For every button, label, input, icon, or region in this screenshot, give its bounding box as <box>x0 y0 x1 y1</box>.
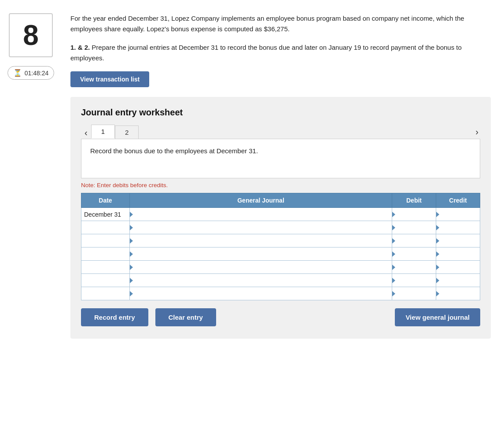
journal-entry-worksheet: Journal entry worksheet ‹ 1 2 › Record t… <box>70 97 491 339</box>
debit-cell-5[interactable] <box>392 261 436 274</box>
gj-input-2[interactable] <box>130 221 392 234</box>
timer-badge: ⏳ 01:48:24 <box>7 66 55 80</box>
debit-input-6[interactable] <box>392 274 436 287</box>
table-row <box>81 261 480 274</box>
credit-cell-7[interactable] <box>436 287 480 300</box>
note-text: Note: Enter debits before credits. <box>81 182 480 188</box>
gj-input-5[interactable] <box>130 261 392 273</box>
credit-input-3[interactable] <box>436 234 480 247</box>
credit-input-7[interactable] <box>436 287 480 300</box>
debit-cell-4[interactable] <box>392 247 436 261</box>
debit-input-7[interactable] <box>392 287 436 300</box>
date-cell-3 <box>81 234 130 247</box>
credit-cell-6[interactable] <box>436 274 480 287</box>
debit-cell-3[interactable] <box>392 234 436 247</box>
gj-cell-5[interactable] <box>130 261 392 274</box>
problem-instruction: 1. & 2. Prepare the journal entries at D… <box>70 42 491 63</box>
journal-table: Date General Journal Debit Credit Decemb… <box>81 193 480 300</box>
action-buttons-row: Record entry Clear entry View general jo… <box>81 308 480 326</box>
debit-cell-2[interactable] <box>392 221 436 234</box>
credit-input-6[interactable] <box>436 274 480 287</box>
tab-2[interactable]: 2 <box>115 126 139 139</box>
worksheet-title: Journal entry worksheet <box>81 107 480 118</box>
entry-instruction-box: Record the bonus due to the employees at… <box>81 139 480 178</box>
col-header-debit: Debit <box>392 193 436 208</box>
debit-input-4[interactable] <box>392 247 436 260</box>
col-header-general-journal: General Journal <box>130 193 392 208</box>
col-header-date: Date <box>81 193 130 208</box>
left-column: 8 ⏳ 01:48:24 <box>0 9 62 347</box>
gj-cell-4[interactable] <box>130 247 392 261</box>
problem-number: 8 <box>23 19 39 52</box>
table-row <box>81 287 480 300</box>
view-transaction-button[interactable]: View transaction list <box>70 71 149 87</box>
date-cell-1: December 31 <box>81 208 130 221</box>
debit-input-2[interactable] <box>392 221 436 234</box>
debit-cell-1[interactable] <box>392 208 436 221</box>
table-row <box>81 274 480 287</box>
debit-input-3[interactable] <box>392 234 436 247</box>
credit-cell-5[interactable] <box>436 261 480 274</box>
credit-input-1[interactable] <box>436 208 480 221</box>
debit-input-1[interactable] <box>392 208 436 221</box>
gj-cell-2[interactable] <box>130 221 392 234</box>
tab-next-button[interactable]: › <box>474 125 480 139</box>
debit-cell-7[interactable] <box>392 287 436 300</box>
credit-cell-1[interactable] <box>436 208 480 221</box>
credit-cell-4[interactable] <box>436 247 480 261</box>
credit-cell-2[interactable] <box>436 221 480 234</box>
credit-input-5[interactable] <box>436 261 480 273</box>
date-cell-4 <box>81 247 130 261</box>
instruction-label: 1. & 2. <box>70 44 90 51</box>
view-general-journal-button[interactable]: View general journal <box>395 308 480 326</box>
tabs-row: ‹ 1 2 › <box>81 125 480 139</box>
debit-cell-6[interactable] <box>392 274 436 287</box>
date-cell-2 <box>81 221 130 234</box>
date-cell-7 <box>81 287 130 300</box>
gj-input-6[interactable] <box>130 274 392 287</box>
table-row: December 31 <box>81 208 480 221</box>
tab-prev-button[interactable]: ‹ <box>81 126 91 139</box>
timer-value: 01:48:24 <box>25 70 49 77</box>
problem-number-badge: 8 <box>9 13 53 57</box>
gj-input-1[interactable] <box>130 208 392 221</box>
hourglass-icon: ⏳ <box>13 69 22 77</box>
gj-input-4[interactable] <box>130 247 392 260</box>
gj-cell-1[interactable] <box>130 208 392 221</box>
table-row <box>81 234 480 247</box>
credit-input-2[interactable] <box>436 221 480 234</box>
col-header-credit: Credit <box>436 193 480 208</box>
gj-input-3[interactable] <box>130 234 392 247</box>
gj-cell-3[interactable] <box>130 234 392 247</box>
gj-cell-7[interactable] <box>130 287 392 300</box>
record-entry-button[interactable]: Record entry <box>81 308 148 326</box>
entry-instruction-text: Record the bonus due to the employees at… <box>90 147 258 155</box>
date-cell-5 <box>81 261 130 274</box>
date-cell-6 <box>81 274 130 287</box>
clear-entry-button[interactable]: Clear entry <box>155 308 216 326</box>
right-column: For the year ended December 31, Lopez Co… <box>62 9 504 347</box>
credit-input-4[interactable] <box>436 247 480 260</box>
gj-cell-6[interactable] <box>130 274 392 287</box>
debit-input-5[interactable] <box>392 261 436 273</box>
credit-cell-3[interactable] <box>436 234 480 247</box>
gj-input-7[interactable] <box>130 287 392 300</box>
instruction-text: Prepare the journal entries at December … <box>70 44 462 62</box>
problem-description: For the year ended December 31, Lopez Co… <box>70 13 491 34</box>
tab-1[interactable]: 1 <box>91 125 115 139</box>
table-row <box>81 247 480 261</box>
table-row <box>81 221 480 234</box>
